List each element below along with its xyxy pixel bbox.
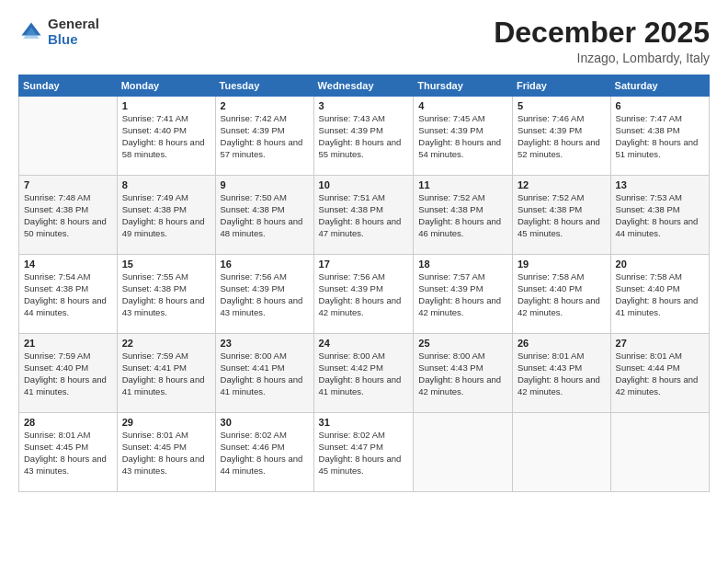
day-number: 8 [122,179,210,190]
logo-icon [18,19,44,45]
table-row: 31 Sunrise: 8:02 AMSunset: 4:47 PMDaylig… [313,413,414,492]
day-number: 15 [122,259,210,270]
table-row [414,413,513,492]
day-detail: Sunrise: 8:02 AMSunset: 4:46 PMDaylight:… [221,430,303,475]
month-title: December 2025 [494,17,710,49]
table-row [512,413,610,492]
table-row: 2 Sunrise: 7:42 AMSunset: 4:39 PMDayligh… [215,97,313,176]
day-detail: Sunrise: 8:01 AMSunset: 4:45 PMDaylight:… [24,430,107,475]
day-number: 2 [221,100,309,111]
day-number: 31 [319,417,409,428]
table-row: 25 Sunrise: 8:00 AMSunset: 4:43 PMDaylig… [414,334,513,413]
logo-general-label: General [48,17,99,32]
col-sunday: Sunday [19,75,118,97]
day-detail: Sunrise: 8:02 AMSunset: 4:47 PMDaylight:… [319,430,402,475]
table-row: 10 Sunrise: 7:51 AMSunset: 4:38 PMDaylig… [313,176,414,255]
table-row: 17 Sunrise: 7:56 AMSunset: 4:39 PMDaylig… [313,255,414,334]
day-number: 18 [418,259,507,270]
table-row: 7 Sunrise: 7:48 AMSunset: 4:38 PMDayligh… [19,176,118,255]
day-number: 5 [518,100,606,111]
day-number: 11 [418,179,507,190]
page: General Blue December 2025 Inzago, Lomba… [0,0,728,563]
day-detail: Sunrise: 7:49 AMSunset: 4:38 PMDaylight:… [122,192,205,237]
table-row: 23 Sunrise: 8:00 AMSunset: 4:41 PMDaylig… [215,334,313,413]
logo: General Blue [18,17,99,47]
table-row: 30 Sunrise: 8:02 AMSunset: 4:46 PMDaylig… [215,413,313,492]
day-number: 9 [221,179,309,190]
day-detail: Sunrise: 7:58 AMSunset: 4:40 PMDaylight:… [616,271,699,316]
table-row: 16 Sunrise: 7:56 AMSunset: 4:39 PMDaylig… [215,255,313,334]
day-detail: Sunrise: 7:41 AMSunset: 4:40 PMDaylight:… [122,113,205,158]
day-detail: Sunrise: 7:57 AMSunset: 4:39 PMDaylight:… [418,271,501,316]
table-row: 19 Sunrise: 7:58 AMSunset: 4:40 PMDaylig… [512,255,610,334]
day-number: 29 [122,417,210,428]
day-detail: Sunrise: 7:43 AMSunset: 4:39 PMDaylight:… [319,113,402,158]
day-number: 10 [319,179,409,190]
day-detail: Sunrise: 7:50 AMSunset: 4:38 PMDaylight:… [221,192,303,237]
day-number: 12 [518,179,606,190]
col-thursday: Thursday [414,75,513,97]
table-row: 18 Sunrise: 7:57 AMSunset: 4:39 PMDaylig… [414,255,513,334]
day-detail: Sunrise: 8:01 AMSunset: 4:43 PMDaylight:… [518,350,600,396]
day-number: 13 [616,179,704,190]
calendar-week-row: 14 Sunrise: 7:54 AMSunset: 4:38 PMDaylig… [19,255,710,334]
day-number: 25 [418,338,507,349]
day-detail: Sunrise: 7:59 AMSunset: 4:41 PMDaylight:… [122,350,205,396]
table-row: 22 Sunrise: 7:59 AMSunset: 4:41 PMDaylig… [117,334,215,413]
table-row: 21 Sunrise: 7:59 AMSunset: 4:40 PMDaylig… [19,334,118,413]
day-detail: Sunrise: 7:42 AMSunset: 4:39 PMDaylight:… [221,113,303,158]
table-row: 29 Sunrise: 8:01 AMSunset: 4:45 PMDaylig… [117,413,215,492]
calendar-header-row: Sunday Monday Tuesday Wednesday Thursday… [19,75,710,97]
table-row: 9 Sunrise: 7:50 AMSunset: 4:38 PMDayligh… [215,176,313,255]
day-detail: Sunrise: 7:52 AMSunset: 4:38 PMDaylight:… [518,192,600,237]
day-detail: Sunrise: 7:46 AMSunset: 4:39 PMDaylight:… [518,113,600,158]
header: General Blue December 2025 Inzago, Lomba… [18,17,710,65]
table-row: 6 Sunrise: 7:47 AMSunset: 4:38 PMDayligh… [610,97,709,176]
day-detail: Sunrise: 7:48 AMSunset: 4:38 PMDaylight:… [24,192,107,237]
day-detail: Sunrise: 7:53 AMSunset: 4:38 PMDaylight:… [616,192,699,237]
table-row: 5 Sunrise: 7:46 AMSunset: 4:39 PMDayligh… [512,97,610,176]
logo-text: General Blue [48,17,99,47]
day-number: 21 [24,338,112,349]
day-detail: Sunrise: 7:58 AMSunset: 4:40 PMDaylight:… [518,271,600,316]
calendar-week-row: 1 Sunrise: 7:41 AMSunset: 4:40 PMDayligh… [19,97,710,176]
col-tuesday: Tuesday [215,75,313,97]
col-monday: Monday [117,75,215,97]
day-number: 16 [221,259,309,270]
day-number: 20 [616,259,704,270]
table-row: 24 Sunrise: 8:00 AMSunset: 4:42 PMDaylig… [313,334,414,413]
day-number: 28 [24,417,112,428]
calendar-week-row: 21 Sunrise: 7:59 AMSunset: 4:40 PMDaylig… [19,334,710,413]
day-detail: Sunrise: 7:56 AMSunset: 4:39 PMDaylight:… [319,271,402,316]
location: Inzago, Lombardy, Italy [494,51,710,65]
day-detail: Sunrise: 8:00 AMSunset: 4:42 PMDaylight:… [319,350,402,396]
table-row: 15 Sunrise: 7:55 AMSunset: 4:38 PMDaylig… [117,255,215,334]
table-row: 3 Sunrise: 7:43 AMSunset: 4:39 PMDayligh… [313,97,414,176]
day-detail: Sunrise: 8:01 AMSunset: 4:45 PMDaylight:… [122,430,205,475]
day-detail: Sunrise: 7:55 AMSunset: 4:38 PMDaylight:… [122,271,205,316]
table-row: 20 Sunrise: 7:58 AMSunset: 4:40 PMDaylig… [610,255,709,334]
day-number: 3 [319,100,409,111]
calendar-week-row: 7 Sunrise: 7:48 AMSunset: 4:38 PMDayligh… [19,176,710,255]
table-row: 27 Sunrise: 8:01 AMSunset: 4:44 PMDaylig… [610,334,709,413]
day-number: 6 [616,100,704,111]
day-detail: Sunrise: 8:00 AMSunset: 4:41 PMDaylight:… [221,350,303,396]
table-row: 12 Sunrise: 7:52 AMSunset: 4:38 PMDaylig… [512,176,610,255]
day-detail: Sunrise: 7:52 AMSunset: 4:38 PMDaylight:… [418,192,501,237]
title-block: December 2025 Inzago, Lombardy, Italy [494,17,710,65]
day-detail: Sunrise: 8:01 AMSunset: 4:44 PMDaylight:… [616,350,699,396]
table-row [19,97,118,176]
day-number: 27 [616,338,704,349]
day-number: 30 [221,417,309,428]
day-detail: Sunrise: 8:00 AMSunset: 4:43 PMDaylight:… [418,350,501,396]
day-number: 4 [418,100,507,111]
table-row [610,413,709,492]
day-number: 17 [319,259,409,270]
day-detail: Sunrise: 7:54 AMSunset: 4:38 PMDaylight:… [24,271,107,316]
col-saturday: Saturday [610,75,709,97]
day-number: 7 [24,179,112,190]
table-row: 28 Sunrise: 8:01 AMSunset: 4:45 PMDaylig… [19,413,118,492]
logo-blue-label: Blue [48,32,99,48]
table-row: 4 Sunrise: 7:45 AMSunset: 4:39 PMDayligh… [414,97,513,176]
table-row: 14 Sunrise: 7:54 AMSunset: 4:38 PMDaylig… [19,255,118,334]
